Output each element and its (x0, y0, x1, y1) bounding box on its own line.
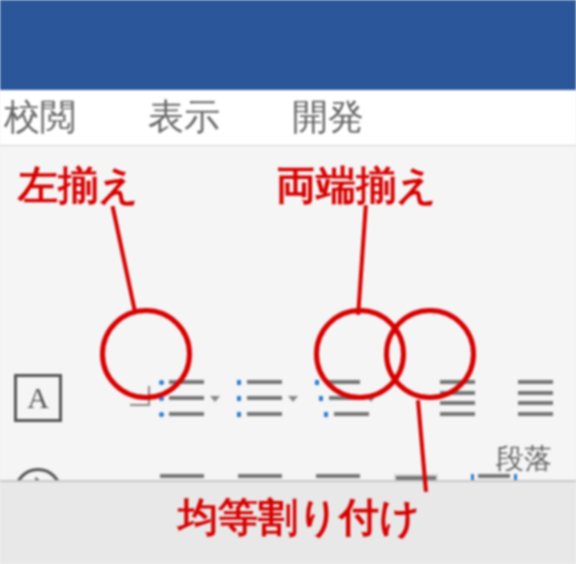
increase-indent-icon (518, 380, 562, 416)
dialog-launcher-icon[interactable] (130, 386, 150, 406)
font-box-button[interactable]: A (12, 376, 64, 420)
annotation-justify: 両端揃え (276, 158, 437, 213)
decrease-indent-icon (440, 380, 484, 416)
title-bar (0, 0, 576, 90)
multilevel-list-icon (316, 380, 360, 416)
ribbon-tabs: 校閲 表示 開発 (0, 90, 576, 146)
tab-review[interactable]: 校閲 (4, 93, 76, 142)
increase-indent-button[interactable] (514, 376, 566, 420)
numbered-list-button[interactable] (234, 376, 286, 420)
ribbon-row-top: A (12, 376, 566, 420)
annotation-align-left: 左揃え (18, 158, 139, 213)
tab-developer[interactable]: 開発 (292, 93, 364, 142)
tab-view[interactable]: 表示 (148, 93, 220, 142)
group-label-paragraph: 段落 (496, 440, 552, 478)
multilevel-list-button[interactable] (312, 376, 364, 420)
bullets-icon (160, 380, 204, 416)
bullet-list-button[interactable] (156, 376, 208, 420)
annotation-distribute: 均等割り付け (178, 490, 420, 545)
font-a-icon: A (14, 374, 62, 422)
decrease-indent-button[interactable] (436, 376, 488, 420)
numbered-list-icon (238, 380, 282, 416)
